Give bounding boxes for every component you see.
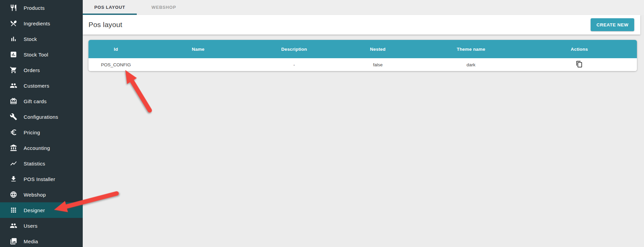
globe-icon xyxy=(10,191,17,198)
bank-icon xyxy=(10,144,17,152)
media-icon xyxy=(10,238,17,245)
sidebar-item-label: Statistics xyxy=(24,161,45,166)
sidebar-item-webshop[interactable]: Webshop xyxy=(0,187,83,202)
sidebar-item-label: Stock Tool xyxy=(24,52,48,58)
grid-icon xyxy=(10,206,17,214)
assessment-icon xyxy=(10,51,17,58)
sidebar-item-label: Webshop xyxy=(24,192,46,198)
pos-layout-table: Id Name Description Nested Theme name Ac… xyxy=(88,40,637,71)
column-header-actions: Actions xyxy=(522,40,637,58)
table-header-row: Id Name Description Nested Theme name Ac… xyxy=(88,40,637,58)
cell-description: - xyxy=(253,58,335,71)
create-new-button[interactable]: CREATE NEW xyxy=(591,18,634,31)
sidebar-item-label: Pricing xyxy=(24,130,40,135)
main-area: POS LAYOUT WEBSHOP Pos layout CREATE NEW… xyxy=(83,0,644,247)
sidebar-item-label: Designer xyxy=(24,207,45,213)
sidebar-item-label: Configurations xyxy=(24,114,58,120)
tab-pos-layout[interactable]: POS LAYOUT xyxy=(83,0,137,15)
sidebar-item-label: Gift cards xyxy=(24,98,47,104)
column-header-name: Name xyxy=(143,40,253,58)
pos-layout-table-card: Id Name Description Nested Theme name Ac… xyxy=(88,40,637,71)
sidebar-item-stock[interactable]: Stock xyxy=(0,31,83,47)
column-header-description: Description xyxy=(253,40,335,58)
sidebar-item-label: Ingredients xyxy=(24,21,50,26)
column-header-id: Id xyxy=(88,40,143,58)
sidebar-item-designer[interactable]: Designer xyxy=(0,202,83,218)
sidebar-item-label: Users xyxy=(24,223,37,229)
giftcard-icon xyxy=(10,97,17,105)
cell-actions xyxy=(522,58,637,71)
sidebar-item-products[interactable]: Products xyxy=(0,0,83,16)
sidebar-item-label: POS Installer xyxy=(24,176,55,182)
people-icon xyxy=(10,82,17,89)
bar-chart-icon xyxy=(10,35,17,43)
sidebar-item-statistics[interactable]: Statistics xyxy=(0,156,83,171)
copy-icon[interactable] xyxy=(576,61,583,68)
sidebar-item-label: Orders xyxy=(24,67,40,73)
sidebar-item-label: Media xyxy=(24,239,38,244)
fork-spoon-icon xyxy=(10,20,17,27)
sidebar-item-label: Customers xyxy=(24,83,49,89)
sidebar-item-orders[interactable]: Orders xyxy=(0,62,83,78)
sidebar-item-accounting[interactable]: Accounting xyxy=(0,140,83,156)
people-icon xyxy=(10,222,17,229)
tab-webshop[interactable]: WEBSHOP xyxy=(137,0,191,15)
sidebar-item-pos-installer[interactable]: POS Installer xyxy=(0,171,83,187)
download-icon xyxy=(10,175,17,183)
sidebar: Products Ingredients Stock Stock Tool Or… xyxy=(0,0,83,247)
sidebar-item-label: Products xyxy=(24,5,45,11)
restaurant-icon xyxy=(10,4,17,12)
column-header-theme-name: Theme name xyxy=(420,40,522,58)
euro-icon xyxy=(10,129,17,136)
cell-nested: false xyxy=(335,58,420,71)
wrench-icon xyxy=(10,113,17,120)
sidebar-item-configurations[interactable]: Configurations xyxy=(0,109,83,125)
sidebar-item-label: Stock xyxy=(24,36,37,42)
cell-theme-name: dark xyxy=(420,58,522,71)
sidebar-item-users[interactable]: Users xyxy=(0,218,83,233)
trend-icon xyxy=(10,160,17,167)
cell-name xyxy=(143,58,253,71)
sidebar-item-media[interactable]: Media xyxy=(0,233,83,247)
sidebar-item-pricing[interactable]: Pricing xyxy=(0,125,83,140)
content-area: Id Name Description Nested Theme name Ac… xyxy=(83,35,644,247)
tab-bar: POS LAYOUT WEBSHOP xyxy=(83,0,644,15)
sidebar-item-customers[interactable]: Customers xyxy=(0,78,83,93)
table-row: POS_CONFIG - false dark xyxy=(88,58,637,71)
sidebar-item-ingredients[interactable]: Ingredients xyxy=(0,16,83,31)
cell-id: POS_CONFIG xyxy=(88,58,143,71)
sidebar-item-gift-cards[interactable]: Gift cards xyxy=(0,93,83,109)
sidebar-item-label: Accounting xyxy=(24,145,50,151)
column-header-nested: Nested xyxy=(335,40,420,58)
page-header: Pos layout CREATE NEW xyxy=(83,15,640,35)
sidebar-item-stock-tool[interactable]: Stock Tool xyxy=(0,47,83,62)
cart-icon xyxy=(10,66,17,74)
page-title: Pos layout xyxy=(88,21,122,29)
